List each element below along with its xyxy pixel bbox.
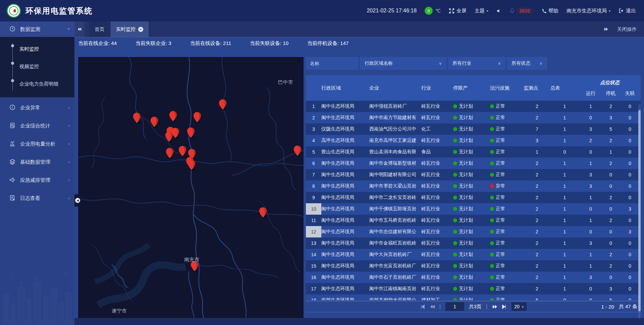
table-row[interactable]: 8阆中生态环境局阆中市枣碧大梁山页岩砖瓦行业无计划异常21300 [306,180,641,192]
map-pin[interactable] [132,112,141,124]
row-monitor-cell: 2 [524,226,550,237]
row-meter-cell: 1 [550,226,579,237]
row-meter-cell: 1 [550,112,579,123]
row-region-cell: 阆中生态环境局 [321,272,369,283]
sidebar-item-视频监控[interactable]: 视频监控 [0,58,74,75]
first-page-button[interactable] [420,304,425,309]
fullscreen-button[interactable]: 全屏 [449,8,467,14]
logout-button[interactable]: 退出 [619,8,636,14]
page-number-input[interactable]: 1 [445,302,464,311]
map[interactable]: 巴中市南充市遂宁市 [78,57,304,318]
row-limit-cell: 无计划 [453,226,490,237]
map-pin[interactable] [169,111,177,122]
bar-chart-icon [9,141,15,148]
status-select[interactable]: 所有状态∨ [507,57,547,70]
close-operations-menu[interactable]: 关闭操作 [617,26,637,33]
row-industry-cell: 砖瓦行业 [421,101,453,112]
temperature: 0 ℃ [425,7,441,15]
row-company-cell: 阆中市南方节能建材有 [369,112,421,123]
table-header-index [306,75,321,101]
table-row[interactable]: 15阆中生态环境局阆中市光富页岩机砖厂砖瓦行业无计划正常21120 [306,260,641,272]
table-row[interactable]: 13阆中生态环境局阆中市金福旺页岩机砖砖瓦行业无计划正常21300 [306,237,641,249]
voice-toggle-button[interactable] [496,8,501,13]
row-stop-cell: 5 [602,294,619,300]
table-row[interactable]: 18南部生态环境局南部县砌华水泥有限公建材加工无计划正常50050 [306,294,641,300]
table-row[interactable]: 9阆中生态环境局阆中市二龙长宝页岩砖砖瓦行业无计划正常21120 [306,192,641,203]
tab-home[interactable]: 首页 [89,21,110,37]
map-pin[interactable] [293,145,302,157]
table-row[interactable]: 11阆中生态环境局阆中市五马桥页岩机砖砖瓦行业无计划正常21120 [306,215,641,226]
map-pin[interactable] [259,207,267,218]
help-button[interactable]: 帮助 [541,8,558,14]
row-facility-cell: 正常 [490,237,524,249]
theme-menu[interactable]: 主题▾ [475,8,488,14]
table-row[interactable]: 3仪陇生态环境局西南油气田分公司川中化工无计划正常71350 [306,123,641,135]
map-pin[interactable] [186,127,195,139]
sidebar-group-7[interactable]: 日志查看‹ [0,191,74,206]
tab-close-icon[interactable]: ✕ [138,27,143,32]
stats-bar: 当前在线企业: 44当前失联企业: 3当前在线设备: 211当前失联设备: 10… [74,37,644,50]
name-search-input[interactable] [306,57,359,70]
table-subheader-1: 运行 [579,88,602,98]
tabbar: 首页 实时监控 ✕ 关闭操作 [74,21,644,37]
row-region-cell: 阆中生态环境局 [321,226,369,237]
org-menu[interactable]: 南充市生态环境局▾ [567,8,610,14]
row-lost-cell: 0 [619,180,641,192]
last-page-button[interactable] [502,304,507,309]
row-industry-cell: 砖瓦行业 [421,135,453,146]
map-pin[interactable] [193,112,202,123]
table-row[interactable]: 1阆中生态环境局阆中强锐页岩砖厂砖瓦行业无计划正常21120 [306,101,641,112]
table-scrollbar[interactable] [638,104,641,319]
sidebar-item-企业电力负荷明细[interactable]: 企业电力负荷明细 [0,75,74,93]
row-industry-cell: 砖瓦行业 [421,192,453,203]
map-pin[interactable] [150,116,159,128]
alert-circle-icon [9,104,15,111]
row-run-cell: 2 [579,135,602,146]
row-run-cell: 0 [579,294,602,300]
sidebar-group-6[interactable]: 应急减排管理‹ [0,172,74,188]
row-region-cell: 阆中生态环境局 [321,112,369,123]
double-arrow-right-icon[interactable] [604,27,608,32]
table-row[interactable]: 14阆中生态环境局阆中大兴页岩机砖厂砖瓦行业无计划正常21120 [306,249,641,260]
sidebar-item-实时监控[interactable]: 实时监控 [0,40,74,58]
table-row[interactable]: 6阆中生态环境局阆中市金博瑞新型墙材砖瓦行业无计划正常21120 [306,158,641,169]
map-pin[interactable] [187,159,196,171]
status-dot-green [453,298,457,300]
row-stop-cell: 0 [602,169,619,180]
map-pin[interactable] [165,148,174,159]
row-stop-cell: 2 [602,249,619,260]
page-size-select[interactable]: 20∨ [512,302,527,311]
scrollbar-thumb[interactable] [638,110,641,311]
tab-realtime-monitor[interactable]: 实时监控 ✕ [111,21,149,37]
next-page-button[interactable] [492,304,497,309]
table-row[interactable]: 12阆中生态环境局阆中市忠信建材有限公砖瓦行业无计划正常21003 [306,226,641,237]
industry-select[interactable]: 所有行业∨ [448,57,505,70]
row-monitor-cell: 2 [524,237,550,249]
map-pin[interactable] [218,99,227,110]
map-pin[interactable] [165,131,173,143]
sidebar-group-5[interactable]: 基础数据管理‹ [0,154,74,170]
table-row[interactable]: 17阆中生态环境局阆中市江南镇阆南页岩砖瓦行业无计划正常21030 [306,283,641,294]
tabs-scroll-left-button[interactable] [74,21,85,37]
notifications[interactable]: 2632 [509,7,533,14]
table-row[interactable]: 10阆中生态环境局阆中千佛镇五郎垭页岩砖瓦行业无计划正常21003 [306,203,641,215]
sidebar-group-2[interactable]: 企业异常‹ [0,100,74,115]
region-select[interactable]: 行政区域名称∨ [360,57,446,70]
prev-page-button[interactable] [430,304,435,309]
status-dot-green [490,287,494,291]
table-row[interactable]: 16阆中生态环境局阆中市石子页岩机砖厂砖瓦行业无计划正常21300 [306,272,641,283]
table-row[interactable]: 7阆中生态环境局阆中明阳建材有限公司砖瓦行业无计划正常21300 [306,169,641,180]
table-row[interactable]: 4高坪生态环境局南充市高坪区王家店建砖瓦行业无计划正常31220 [306,135,641,146]
sidebar-group-4[interactable]: 企业用电量分析‹ [0,136,74,152]
row-run-cell: 1 [579,260,602,272]
total-pages-label: 共3页 [469,304,481,310]
datetime: 2021-02-25 17:46:18 [367,8,417,14]
map-pin[interactable] [178,146,187,157]
row-company-cell: 阆中千佛镇五郎垭页岩 [369,203,421,215]
table-row[interactable]: 2阆中生态环境局阆中市南方节能建材有砖瓦行业无计划正常21030 [306,112,641,123]
row-meter-cell: 0 [550,146,579,158]
sidebar-collapse-button[interactable]: ◀ [74,194,81,207]
sidebar-group-1[interactable]: 数据监测˅ [0,21,74,37]
table-row[interactable]: 5营山生态环境局营山县润丰肉食品有限食品无计划正常10010 [306,146,641,158]
sidebar-group-3[interactable]: 企业综合统计‹ [0,118,74,133]
